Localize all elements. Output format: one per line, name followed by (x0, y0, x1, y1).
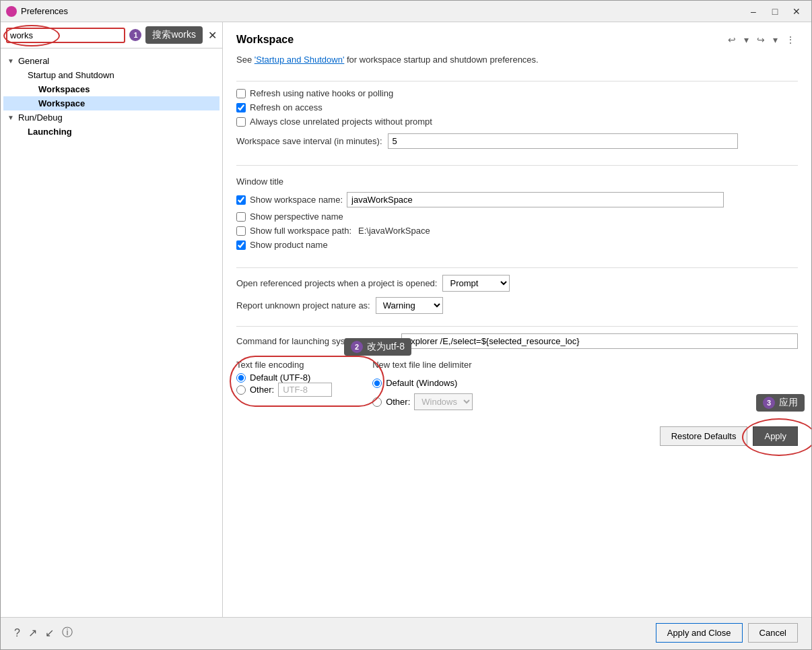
delimiter-other-label: Other: (386, 397, 410, 407)
encoding-default-row: Default (UTF-8) (236, 372, 332, 383)
checkbox-close-unrelated: Always close unrelated projects without … (236, 117, 798, 127)
report-nature-select[interactable]: Warning Error Info (376, 297, 443, 314)
left-panel: 1 搜索works ✕ ▼ General Startup and Shutdo… (1, 22, 223, 617)
search-input[interactable] (10, 30, 121, 40)
refresh-native-checkbox[interactable] (236, 89, 246, 98)
workspace-name-input[interactable] (347, 192, 724, 207)
show-perspective-name-row: Show perspective name (236, 212, 798, 222)
separator4 (236, 326, 798, 327)
save-interval-input[interactable] (388, 133, 738, 149)
restore-defaults-button[interactable]: Restore Defaults (660, 426, 748, 446)
show-full-path-checkbox[interactable] (236, 226, 246, 236)
cancel-button[interactable]: Cancel (748, 623, 798, 643)
tree-area: ▼ General Startup and Shutdown Workspace… (1, 48, 222, 617)
checkbox-refresh-access: Refresh on access (236, 102, 798, 112)
import-icon[interactable]: ↙ (45, 626, 54, 639)
encoding-title: Text file encoding (236, 360, 332, 370)
tree-item-launching[interactable]: Launching (3, 125, 219, 139)
encoding-other-label: Other: (250, 385, 274, 395)
command-input[interactable] (401, 333, 798, 349)
arrow-icon: ▼ (7, 114, 15, 121)
dropdown-icon[interactable]: ▾ (741, 33, 751, 46)
encoding-delimiter-section: Text file encoding Default (UTF-8) Other… (236, 360, 798, 410)
refresh-native-label: Refresh using native hooks or polling (250, 88, 393, 98)
back-icon[interactable]: ↩ (725, 33, 739, 46)
delimiter-default-row: Default (Windows) (372, 378, 473, 388)
tree-item-rundebug[interactable]: ▼ Run/Debug (3, 110, 219, 125)
delimiter-default-radio[interactable] (372, 379, 382, 388)
tree-item-label: Startup and Shutdown (28, 70, 114, 80)
help-icon[interactable]: ? (14, 627, 20, 639)
delimiter-other-select[interactable]: Windows (414, 393, 473, 410)
report-nature-label: Report unknown project nature as: (236, 300, 370, 311)
tree-item-label: Launching (28, 127, 72, 137)
delimiter-group: New text file line delimiter Default (Wi… (372, 360, 473, 410)
tree-item-label: General (18, 56, 49, 66)
preferences-window: Preferences – □ ✕ 1 搜索works ✕ ▼ (0, 0, 812, 650)
show-product-name-checkbox[interactable] (236, 240, 246, 250)
refresh-access-checkbox[interactable] (236, 103, 246, 112)
show-workspace-name-row: Show workspace name: (236, 192, 798, 207)
window-title: Preferences (21, 6, 744, 16)
delimiter-other-radio[interactable] (372, 397, 382, 407)
info-icon[interactable]: ⓘ (62, 626, 73, 640)
open-projects-select[interactable]: Prompt Always Never (442, 275, 510, 292)
app-icon (6, 6, 17, 17)
separator1 (236, 81, 798, 82)
apply-annotation: 3 应用 Apply (753, 426, 798, 446)
apply-close-row: ? ↗ ↙ ⓘ Apply and Close Cancel (1, 617, 811, 649)
apply-and-close-button[interactable]: Apply and Close (656, 623, 743, 643)
separator2 (236, 165, 798, 166)
search-area: 1 搜索works ✕ (1, 22, 222, 48)
delimiter-default-label: Default (Windows) (386, 378, 457, 388)
tree-item-workspaces[interactable]: Workspaces (3, 82, 219, 96)
delimiter-other-row: Other: Windows (372, 393, 473, 410)
apply-button[interactable]: Apply (753, 426, 798, 446)
delimiter-title: New text file line delimiter (372, 360, 473, 370)
title-controls: – □ ✕ (744, 4, 806, 19)
bottom-buttons: Restore Defaults 3 应用 Apply (236, 421, 798, 454)
encoding-other-input[interactable] (278, 383, 332, 397)
arrow-icon: ▼ (7, 57, 15, 65)
show-perspective-name-label: Show perspective name (250, 212, 343, 222)
startup-link[interactable]: 'Startup and Shutdown' (255, 55, 345, 65)
show-full-path-label: Show full workspace path: (250, 226, 351, 236)
open-projects-label: Open referenced projects when a project … (236, 278, 437, 288)
forward-icon[interactable]: ↪ (754, 33, 768, 46)
show-perspective-name-checkbox[interactable] (236, 212, 246, 222)
tree-item-label: Workspaces (38, 84, 90, 94)
show-workspace-name-checkbox[interactable] (236, 195, 246, 205)
show-product-name-row: Show product name (236, 240, 798, 250)
save-interval-row: Workspace save interval (in minutes): (236, 133, 798, 149)
encoding-group: Text file encoding Default (UTF-8) Other… (236, 360, 332, 410)
encoding-other-radio[interactable] (236, 385, 246, 395)
tree-item-label: Workspace (38, 98, 85, 108)
close-button[interactable]: ✕ (787, 4, 806, 19)
show-product-name-label: Show product name (250, 240, 328, 250)
menu-icon[interactable]: ⋮ (783, 33, 798, 46)
status-icons: ? ↗ ↙ ⓘ (14, 623, 650, 643)
minimize-button[interactable]: – (744, 4, 763, 19)
maximize-button[interactable]: □ (766, 4, 784, 19)
dropdown2-icon[interactable]: ▾ (770, 33, 780, 46)
encoding-other-row: Other: (236, 383, 332, 397)
refresh-access-label: Refresh on access (250, 102, 323, 112)
info-prefix: See (236, 55, 255, 65)
encoding-default-radio[interactable] (236, 373, 246, 383)
window-title-section-label: Window title (236, 176, 798, 187)
export-icon[interactable]: ↗ (28, 626, 37, 639)
encoding-default-label: Default (UTF-8) (250, 372, 310, 383)
close-unrelated-checkbox[interactable] (236, 117, 246, 127)
show-full-path-row: Show full workspace path: E:\javaWorkSpa… (236, 226, 798, 236)
encoding-tooltip: 2 改为utf-8 (344, 338, 411, 356)
main-content: 1 搜索works ✕ ▼ General Startup and Shutdo… (1, 22, 811, 617)
command-row: Command for launching system explorer: (236, 333, 798, 349)
info-text: See 'Startup and Shutdown' for workspace… (236, 55, 798, 65)
tree-item-workspace[interactable]: Workspace (3, 96, 219, 110)
search-close-icon[interactable]: ✕ (208, 29, 217, 42)
tree-item-general[interactable]: ▼ General (3, 54, 219, 68)
tree-item-startup[interactable]: Startup and Shutdown (3, 68, 219, 82)
window-title-section: Window title Show workspace name: Show p… (236, 172, 798, 254)
right-panel: Workspace ↩ ▾ ↪ ▾ ⋮ See 'Startup and Shu… (223, 22, 811, 617)
apply-badge: 3 (763, 397, 775, 409)
